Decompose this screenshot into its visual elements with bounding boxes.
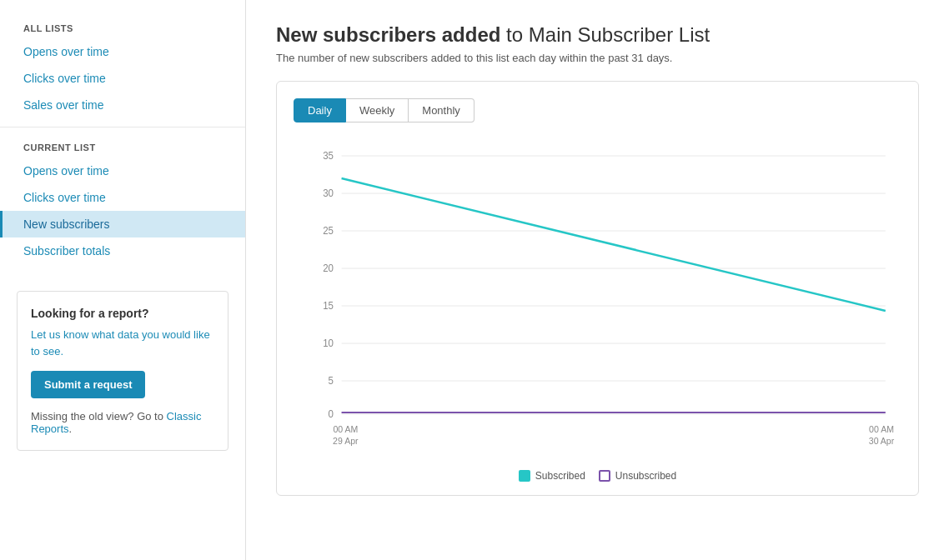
sidebar-item-all-clicks[interactable]: Clicks over time [0, 65, 245, 92]
tab-weekly[interactable]: Weekly [346, 98, 409, 122]
svg-text:20: 20 [323, 262, 334, 273]
page-subtitle: The number of new subscribers added to t… [276, 52, 919, 64]
submit-request-button[interactable]: Submit a request [31, 371, 145, 398]
svg-text:30: 30 [323, 188, 334, 198]
svg-text:29 Apr: 29 Apr [333, 436, 359, 446]
chart-svg: 35 30 25 20 15 10 5 0 00 AM 29 Apr 00 AM… [294, 139, 901, 456]
svg-text:25: 25 [323, 225, 334, 236]
legend-subscribed-color [519, 470, 530, 482]
tab-daily[interactable]: Daily [294, 98, 346, 122]
legend-unsubscribed-label: Unsubscribed [615, 470, 676, 482]
callout-box: Looking for a report? Let us know what d… [17, 291, 228, 451]
callout-title: Looking for a report? [31, 307, 214, 320]
callout-footer: Missing the old view? Go to Classic Repo… [31, 410, 214, 435]
current-list-label: CURRENT LIST [0, 136, 245, 158]
all-lists-label: ALL LISTS [0, 17, 245, 38]
sidebar-item-all-opens[interactable]: Opens over time [0, 38, 245, 65]
callout-text: Let us know what data you would like to … [31, 327, 214, 359]
sidebar-item-cur-totals[interactable]: Subscriber totals [0, 238, 245, 264]
sidebar-item-cur-opens[interactable]: Opens over time [0, 158, 245, 184]
svg-text:35: 35 [323, 150, 334, 161]
legend-unsubscribed: Unsubscribed [599, 470, 676, 482]
sidebar-item-cur-clicks[interactable]: Clicks over time [0, 184, 245, 211]
page-title: New subscribers added to Main Subscriber… [276, 23, 919, 47]
legend-subscribed-label: Subscribed [535, 470, 585, 482]
sidebar-item-cur-new-subs[interactable]: New subscribers [0, 211, 245, 238]
chart-legend: Subscribed Unsubscribed [294, 470, 901, 482]
svg-text:5: 5 [329, 375, 334, 386]
svg-text:00 AM: 00 AM [869, 424, 894, 434]
tab-monthly[interactable]: Monthly [409, 98, 474, 122]
sidebar-divider [0, 127, 245, 128]
svg-text:0: 0 [329, 408, 334, 419]
sidebar: ALL LISTS Opens over time Clicks over ti… [0, 0, 246, 560]
svg-text:15: 15 [323, 300, 334, 311]
chart-area: 35 30 25 20 15 10 5 0 00 AM 29 Apr 00 AM… [294, 139, 901, 458]
svg-text:10: 10 [323, 338, 334, 348]
legend-subscribed: Subscribed [519, 470, 585, 482]
sidebar-item-all-sales[interactable]: Sales over time [0, 92, 245, 118]
chart-tabs: Daily Weekly Monthly [294, 98, 901, 122]
svg-text:30 Apr: 30 Apr [869, 436, 895, 446]
svg-text:00 AM: 00 AM [333, 424, 358, 434]
legend-unsubscribed-color [599, 470, 610, 482]
main-content: New subscribers added to Main Subscriber… [246, 0, 949, 560]
chart-card: Daily Weekly Monthly 35 30 [276, 81, 919, 496]
